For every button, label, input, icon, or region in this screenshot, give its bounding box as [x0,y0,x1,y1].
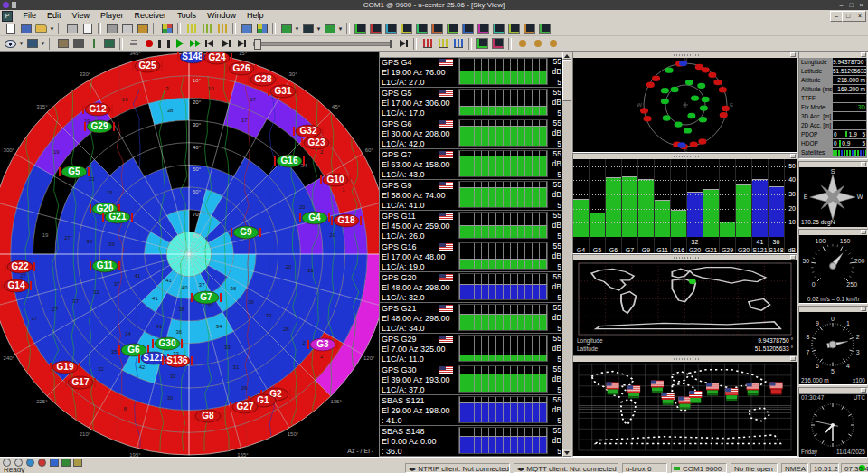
mdi-close-button[interactable]: × [854,11,866,22]
gear-2-button[interactable] [530,38,545,50]
mdi-minimize-button[interactable]: – [830,11,843,22]
clock-icon[interactable] [14,459,24,466]
playback-slider[interactable] [253,42,391,46]
close-button[interactable]: × [856,1,866,9]
view-e-button[interactable] [414,23,429,34]
view-b-button[interactable] [368,23,383,34]
graph-view-button[interactable] [322,23,337,34]
minimize-button[interactable]: – [836,1,846,9]
world-map-panel[interactable]: Longitude Latitude 9.94378750 ° 51.51205… [572,254,797,355]
views-button[interactable] [3,38,18,50]
panel-close-icon[interactable] [790,52,796,57]
panel-close-icon[interactable] [861,307,866,311]
pause-button[interactable] [156,38,172,50]
panel-icon[interactable] [49,459,59,466]
scroll-thumb[interactable] [562,60,571,101]
compass-panel[interactable]: SEWN 170.25 deg [798,161,868,227]
mini-sky-panel[interactable]: NESW [572,52,797,153]
docking-1-button[interactable] [475,38,490,50]
clock-panel[interactable]: 07:30:47 UTC Friday 11/14/2025 [798,387,868,457]
chart-dark-view-button[interactable] [300,23,316,34]
view-m-button[interactable] [537,23,552,34]
views-more-icon[interactable]: ▼ [18,38,24,50]
menu-help[interactable]: Help [241,10,269,22]
color-view-button[interactable] [159,23,175,34]
new-button[interactable] [3,23,18,34]
vertical-scrollbar[interactable] [562,52,571,457]
view-k-button[interactable] [506,23,522,34]
menu-receiver[interactable]: Receiver [128,10,172,22]
skip-end-button[interactable] [233,38,249,50]
panel-close-icon[interactable] [790,356,796,361]
configure-button[interactable] [55,38,71,50]
view-h-button[interactable] [460,23,476,34]
view-d-button[interactable] [399,23,414,34]
map-view-more-icon[interactable]: ▼ [294,23,300,34]
view-j-button[interactable] [491,23,506,34]
table-view-button[interactable] [239,23,254,34]
messages-button[interactable] [24,38,40,50]
histogram-red-button[interactable] [420,38,435,50]
gear-1-button[interactable] [514,38,530,50]
menu-view[interactable]: View [67,10,95,22]
panel-close-icon[interactable] [861,230,866,234]
graph-view-more-icon[interactable]: ▼ [337,23,344,34]
fast-forward-button[interactable] [187,38,203,50]
antenna-button[interactable] [86,38,101,50]
antenna-icon[interactable] [61,459,71,466]
mdi-restore-button[interactable]: □ [842,11,854,22]
split-view-button[interactable] [254,23,269,34]
menu-edit[interactable]: Edit [42,10,67,22]
panel-close-icon[interactable] [790,255,796,260]
step-back-button[interactable] [203,38,218,50]
pencil-icon[interactable] [72,459,82,466]
view-l-button[interactable] [522,23,537,34]
mdi-document-icon[interactable]: P [2,11,13,22]
play-button[interactable] [172,38,187,50]
altimeter-panel[interactable]: 0123456789 216.000 m x100 [798,306,868,385]
view-g-button[interactable] [445,23,460,34]
step-forward-button[interactable] [218,38,233,50]
menu-tools[interactable]: Tools [172,10,202,22]
panel-close-icon[interactable] [861,52,866,57]
debug-button[interactable] [71,38,86,50]
view-f-button[interactable] [429,23,445,34]
open-button[interactable] [33,23,49,34]
speed-dial-panel[interactable]: 050100150200250 0.02 m/s = 0.1 km/h [798,229,868,304]
cut-button[interactable] [104,23,119,34]
copy-button[interactable] [119,23,135,34]
slider-thumb[interactable] [254,39,261,50]
save-button[interactable] [18,23,33,34]
panel-close-icon[interactable] [790,154,796,158]
maximize-button[interactable]: □ [846,1,856,9]
sky-view-panel[interactable]: 1017212382727191916317342022630322719382… [0,52,380,457]
view-c-button[interactable] [383,23,399,34]
view-i-button[interactable] [476,23,491,34]
chart-view-3-button[interactable] [214,23,230,34]
panel-close-icon[interactable] [861,162,866,166]
menu-player[interactable]: Player [95,10,129,22]
eject-button[interactable] [126,38,141,50]
signal-chart-panel[interactable]: 27G417G542G643G741G926G1119G1632G2034G21… [572,153,797,254]
chart-view-1-button[interactable] [184,23,199,34]
panel-close-icon[interactable] [861,388,866,393]
record-button[interactable] [141,38,156,50]
jump-end-button[interactable] [395,38,410,50]
firmware-button[interactable] [101,38,117,50]
menu-window[interactable]: Window [202,10,241,22]
chart-view-2-button[interactable] [199,23,214,34]
chart-dark-more-icon[interactable]: ▼ [316,23,322,34]
histogram-blue-button[interactable] [450,38,466,50]
view-a-button[interactable] [353,23,368,34]
gear-3-button[interactable] [545,38,561,50]
print-preview-button[interactable] [80,23,95,34]
map-view-button[interactable] [278,23,294,34]
paste-button[interactable] [135,23,150,34]
scroll-up-button[interactable] [562,52,571,60]
scroll-down-button[interactable] [562,449,571,457]
stopwatch-icon[interactable] [2,459,12,466]
print-button[interactable] [64,23,80,34]
globe-icon[interactable] [25,459,35,466]
messages-more-icon[interactable]: ▼ [40,38,46,50]
menu-file[interactable]: File [18,10,42,22]
